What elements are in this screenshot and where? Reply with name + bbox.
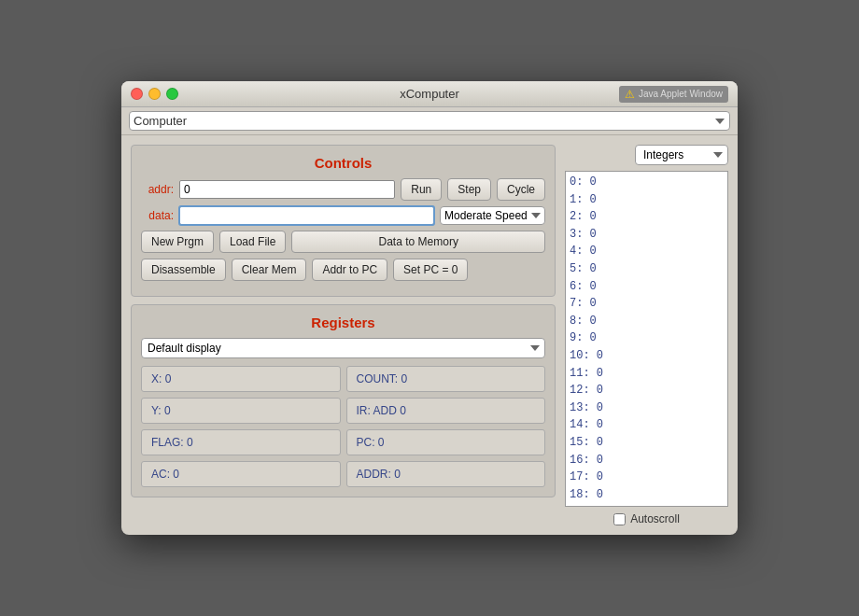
minimize-button[interactable] (148, 88, 161, 100)
registers-box: Registers Default display Binary Hexadec… (131, 304, 556, 497)
reg-x: X: 0 (141, 366, 341, 392)
maximize-button[interactable] (166, 88, 178, 100)
memory-container: 0: 01: 02: 03: 04: 05: 06: 07: 08: 09: 0… (565, 171, 728, 507)
data-to-memory-button[interactable]: Data to Memory (291, 231, 545, 253)
memory-row: 17: 0 (570, 469, 724, 486)
clear-mem-button[interactable]: Clear Mem (232, 259, 307, 281)
data-row: data: Slow Speed Moderate Speed Fast Spe… (141, 206, 545, 225)
window-title: xComputer (400, 87, 459, 101)
java-badge: ⚠ Java Applet Window (619, 86, 728, 103)
reg-flag: FLAG: 0 (141, 429, 341, 455)
memory-row: 12: 0 (570, 382, 724, 399)
traffic-lights (131, 88, 178, 100)
run-button[interactable]: Run (401, 178, 442, 201)
display-select[interactable]: Default display Binary Hexadecimal (141, 338, 545, 358)
cycle-button[interactable]: Cycle (497, 178, 545, 201)
data-input[interactable] (179, 206, 434, 225)
memory-row: 15: 0 (570, 434, 724, 452)
right-panel: Integers Binary Hexadecimal 0: 01: 02: 0… (565, 145, 728, 525)
memory-row: 7: 0 (570, 295, 724, 313)
autoscroll-label: Autoscroll (630, 512, 680, 525)
autoscroll-row: Autoscroll (565, 512, 728, 525)
step-button[interactable]: Step (447, 178, 491, 201)
memory-row: 2: 0 (570, 208, 724, 226)
row-4: Disassemble Clear Mem Addr to PC Set PC … (141, 259, 545, 281)
registers-title: Registers (141, 315, 545, 330)
speed-select[interactable]: Slow Speed Moderate Speed Fast Speed Fas… (440, 206, 545, 225)
autoscroll-checkbox[interactable] (613, 513, 626, 525)
data-label: data: (141, 209, 174, 222)
titlebar: xComputer ⚠ Java Applet Window (121, 81, 738, 107)
main-window: xComputer ⚠ Java Applet Window Computer … (121, 81, 738, 535)
registers-grid: X: 0 COUNT: 0 Y: 0 IR: ADD 0 FLAG: 0 PC:… (141, 366, 545, 487)
memory-row: 16: 0 (570, 452, 724, 469)
addr-to-pc-button[interactable]: Addr to PC (312, 259, 387, 281)
addr-input[interactable] (179, 180, 395, 199)
memory-row: 18: 0 (570, 486, 724, 504)
disassemble-button[interactable]: Disassemble (141, 259, 226, 281)
memory-row: 14: 0 (570, 416, 724, 434)
memory-row: 8: 0 (570, 313, 724, 330)
memory-row: 10: 0 (570, 347, 724, 365)
memory-row: 1: 0 (570, 191, 724, 209)
left-panel: Controls addr: Run Step Cycle data: (131, 145, 556, 525)
memory-row: 3: 0 (570, 226, 724, 244)
memory-row: 19: 0 (570, 503, 724, 507)
reg-y: Y: 0 (141, 398, 341, 424)
controls-box: Controls addr: Run Step Cycle data: (131, 145, 556, 297)
memory-row: 9: 0 (570, 329, 724, 347)
toolbar: Computer (121, 107, 738, 135)
reg-ac: AC: 0 (141, 461, 341, 487)
memory-row: 11: 0 (570, 365, 724, 383)
reg-count: COUNT: 0 (346, 366, 546, 392)
memory-row: 13: 0 (570, 399, 724, 417)
memory-type-select[interactable]: Integers Binary Hexadecimal (635, 145, 728, 165)
row-3: New Prgm Load File Data to Memory (141, 231, 545, 253)
memory-row: 4: 0 (570, 243, 724, 260)
reg-addr: ADDR: 0 (346, 461, 546, 487)
computer-select[interactable]: Computer (129, 111, 730, 131)
main-area: Controls addr: Run Step Cycle data: (121, 135, 738, 535)
addr-label: addr: (141, 183, 174, 196)
memory-row: 5: 0 (570, 260, 724, 278)
java-badge-label: Java Applet Window (639, 89, 723, 99)
memory-row: 0: 0 (570, 174, 724, 191)
addr-row: addr: Run Step Cycle (141, 178, 545, 201)
warning-icon: ⚠ (625, 88, 635, 101)
close-button[interactable] (131, 88, 143, 100)
memory-list[interactable]: 0: 01: 02: 03: 04: 05: 06: 07: 08: 09: 0… (565, 171, 728, 507)
memory-row: 6: 0 (570, 278, 724, 296)
controls-title: Controls (141, 155, 545, 171)
reg-pc: PC: 0 (346, 429, 546, 455)
set-pc-button[interactable]: Set PC = 0 (393, 259, 468, 281)
reg-ir: IR: ADD 0 (346, 398, 546, 424)
new-prgm-button[interactable]: New Prgm (141, 231, 214, 253)
load-file-button[interactable]: Load File (219, 231, 286, 253)
